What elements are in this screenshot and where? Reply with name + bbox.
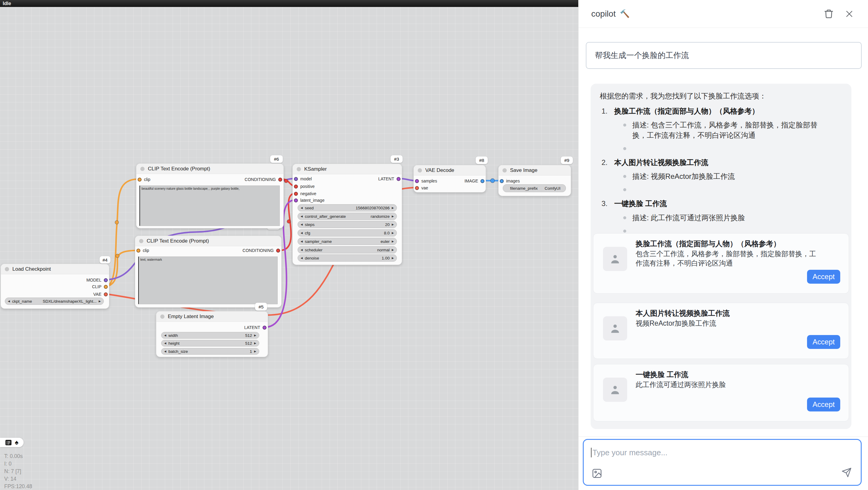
negative-input-port[interactable] bbox=[294, 192, 298, 196]
close-panel-button[interactable] bbox=[843, 8, 855, 20]
prompt-textarea[interactable]: text, watermark bbox=[138, 257, 278, 304]
link-dot[interactable] bbox=[115, 221, 119, 224]
seed-widget[interactable]: ◀ seed 156680208700286 ▶ bbox=[298, 204, 397, 211]
clip-output-port[interactable] bbox=[104, 285, 108, 289]
collapse-dot-icon[interactable] bbox=[139, 239, 143, 243]
copilot-header: copilot 🔨 bbox=[579, 0, 868, 28]
accept-button[interactable]: Accept bbox=[807, 398, 840, 411]
link-dot[interactable] bbox=[490, 178, 495, 183]
attach-image-button[interactable] bbox=[592, 468, 602, 479]
link-dot[interactable] bbox=[116, 254, 119, 258]
node-clip-text-encode-negative[interactable]: CLIP Text Encode (Prompt) clip CONDITION… bbox=[135, 236, 282, 308]
sampler-name-widget[interactable]: ◀ sampler_name euler ▶ bbox=[298, 238, 397, 245]
node-header[interactable]: KSampler bbox=[293, 164, 402, 174]
collapse-dot-icon[interactable] bbox=[418, 168, 422, 173]
collapse-dot-icon[interactable] bbox=[5, 267, 9, 271]
images-input-port[interactable] bbox=[500, 179, 504, 183]
decrement-arrow-icon[interactable]: ◀ bbox=[164, 342, 166, 345]
message-input[interactable]: Type your message... bbox=[583, 439, 862, 486]
denoise-widget[interactable]: ◀ denoise 1.00 ▶ bbox=[298, 254, 397, 262]
node-save-image[interactable]: Save Image images filename_prefix ComfyU… bbox=[498, 165, 571, 196]
latent-image-input-port[interactable] bbox=[294, 199, 298, 202]
node-empty-latent-image[interactable]: Empty Latent Image LATENT ◀ width 512 ▶ … bbox=[156, 311, 268, 357]
node-ksampler[interactable]: KSampler model positive negative latent_… bbox=[292, 164, 402, 265]
workflow-card: 一键换脸 工作流 此工作流可通过两张照片换脸 Accept bbox=[593, 364, 849, 422]
scheduler-widget[interactable]: ◀ scheduler normal ▶ bbox=[298, 246, 397, 254]
port-label: VAE bbox=[93, 292, 101, 297]
port-label: model bbox=[300, 176, 312, 181]
node-header[interactable]: Load Checkpoint bbox=[1, 264, 109, 274]
spade-tree-icon[interactable]: ♠ bbox=[15, 439, 19, 446]
node-vae-decode[interactable]: VAE Decode samples vae IMAGE bbox=[413, 165, 486, 193]
model-input-port[interactable] bbox=[294, 177, 298, 181]
latent-output-port[interactable] bbox=[397, 177, 401, 181]
clip-input-port[interactable] bbox=[136, 249, 140, 253]
samples-input-port[interactable] bbox=[415, 179, 419, 183]
positive-input-port[interactable] bbox=[294, 184, 298, 189]
node-graph-canvas[interactable]: Idle #7 #4 Load Checkpoint bbox=[0, 0, 578, 490]
vae-output-port[interactable] bbox=[104, 292, 108, 296]
clip-input-port[interactable] bbox=[137, 178, 142, 181]
node-load-checkpoint[interactable]: Load Checkpoint MODEL CLIP VAE ◀ ckpt_na… bbox=[1, 264, 109, 309]
image-output-port[interactable] bbox=[480, 179, 485, 183]
decrement-arrow-icon[interactable]: ◀ bbox=[8, 300, 10, 303]
accept-button[interactable]: Accept bbox=[807, 335, 840, 349]
person-placeholder-icon bbox=[609, 322, 622, 335]
decrement-arrow-icon[interactable]: ◀ bbox=[301, 231, 303, 234]
decrement-arrow-icon[interactable]: ◀ bbox=[301, 240, 303, 243]
decrement-arrow-icon[interactable]: ◀ bbox=[301, 248, 303, 251]
collapse-dot-icon[interactable] bbox=[140, 167, 145, 171]
increment-arrow-icon[interactable]: ▶ bbox=[99, 300, 101, 303]
cfg-widget[interactable]: ◀ cfg 8.0 ▶ bbox=[298, 229, 397, 236]
node-header[interactable]: Empty Latent Image bbox=[156, 312, 268, 322]
ckpt-name-widget[interactable]: ◀ ckpt_name SDXL/dreamshaperXL_light... … bbox=[5, 297, 104, 305]
port-label: IMAGE bbox=[464, 178, 478, 183]
prompt-textarea[interactable]: beautiful scenery nature glass bottle la… bbox=[140, 185, 280, 226]
input-placeholder-row: Type your message... bbox=[591, 448, 668, 457]
increment-arrow-icon[interactable]: ▶ bbox=[254, 350, 256, 353]
latent-output-port[interactable] bbox=[262, 326, 267, 329]
conditioning-output-port[interactable] bbox=[278, 178, 282, 181]
decrement-arrow-icon[interactable]: ◀ bbox=[301, 257, 303, 259]
filename-prefix-widget[interactable]: filename_prefix ComfyUI bbox=[503, 184, 566, 192]
increment-arrow-icon[interactable]: ▶ bbox=[392, 215, 394, 218]
collapse-dot-icon[interactable] bbox=[297, 167, 301, 171]
decrement-arrow-icon[interactable]: ◀ bbox=[301, 206, 303, 209]
response-intro: 根据您的需求，我为您找到了以下换脸工作流选项： bbox=[600, 91, 842, 101]
vae-input-port[interactable] bbox=[415, 186, 419, 190]
collapse-dot-icon[interactable] bbox=[160, 315, 164, 319]
increment-arrow-icon[interactable]: ▶ bbox=[254, 334, 256, 337]
decrement-arrow-icon[interactable]: ◀ bbox=[301, 215, 303, 218]
increment-arrow-icon[interactable]: ▶ bbox=[392, 240, 394, 243]
link-dot[interactable] bbox=[287, 220, 291, 223]
increment-arrow-icon[interactable]: ▶ bbox=[392, 206, 394, 209]
clear-chat-button[interactable] bbox=[823, 8, 835, 20]
height-widget[interactable]: ◀ height 512 ▶ bbox=[161, 340, 259, 346]
increment-arrow-icon[interactable]: ▶ bbox=[392, 231, 394, 234]
control-after-generate-widget[interactable]: ◀ control_after_generate randomize ▶ bbox=[298, 213, 397, 220]
decrement-arrow-icon[interactable]: ◀ bbox=[164, 350, 166, 353]
steps-widget[interactable]: ◀ steps 20 ▶ bbox=[298, 221, 397, 228]
node-header[interactable]: Save Image bbox=[499, 165, 571, 175]
batch-size-widget[interactable]: ◀ batch_size 1 ▶ bbox=[161, 348, 259, 355]
conditioning-output-port[interactable] bbox=[276, 249, 280, 253]
node-header[interactable]: CLIP Text Encode (Prompt) bbox=[135, 236, 281, 246]
node-header[interactable]: CLIP Text Encode (Prompt) bbox=[136, 164, 283, 174]
increment-arrow-icon[interactable]: ▶ bbox=[392, 248, 394, 251]
link-dot[interactable] bbox=[284, 179, 288, 183]
node-header[interactable]: VAE Decode bbox=[414, 165, 486, 175]
accept-button[interactable]: Accept bbox=[807, 270, 840, 284]
width-widget[interactable]: ◀ width 512 ▶ bbox=[161, 332, 259, 339]
increment-arrow-icon[interactable]: ▶ bbox=[392, 223, 394, 226]
model-output-port[interactable] bbox=[104, 278, 108, 282]
decrement-arrow-icon[interactable]: ◀ bbox=[301, 223, 303, 226]
node-badge: #3 bbox=[391, 155, 403, 163]
send-button[interactable] bbox=[841, 467, 852, 478]
node-clip-text-encode-positive[interactable]: CLIP Text Encode (Prompt) clip CONDITION… bbox=[136, 164, 284, 228]
decrement-arrow-icon[interactable]: ◀ bbox=[164, 334, 166, 337]
bullet-dot bbox=[623, 147, 626, 150]
queue-list-icon[interactable] bbox=[5, 439, 12, 446]
increment-arrow-icon[interactable]: ▶ bbox=[392, 257, 394, 259]
collapse-dot-icon[interactable] bbox=[502, 168, 507, 173]
increment-arrow-icon[interactable]: ▶ bbox=[254, 342, 256, 345]
